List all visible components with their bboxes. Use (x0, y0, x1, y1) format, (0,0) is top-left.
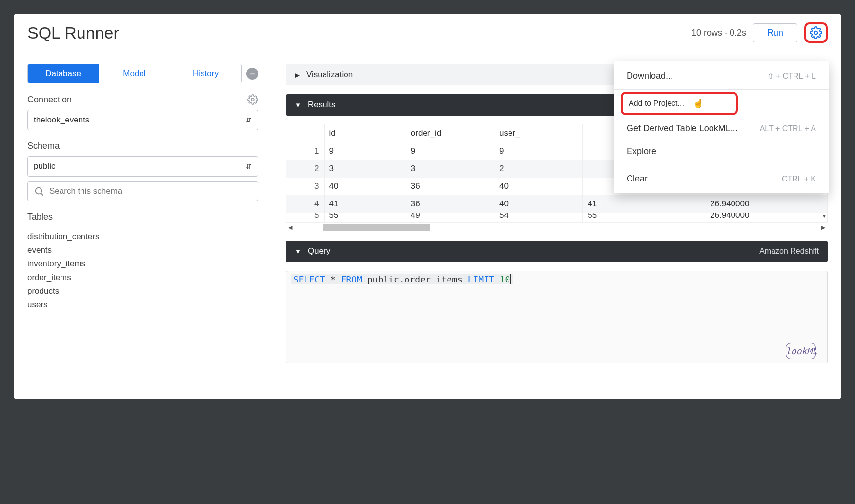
connection-select[interactable]: thelook_events ⇵ (27, 110, 258, 130)
sql-runner-window: SQL Runner 10 rows · 0.2s Run Database M… (14, 14, 841, 399)
svg-point-1 (251, 98, 254, 101)
menu-item-download[interactable]: Download... ⇧ + CTRL + L (614, 64, 829, 87)
sidebar-tab-row: Database Model History − (27, 64, 258, 83)
scroll-thumb[interactable] (323, 224, 430, 231)
table-item[interactable]: users (27, 298, 258, 312)
pointer-cursor-icon: ☝ (693, 98, 704, 109)
chevron-right-icon: ▶ (295, 71, 300, 79)
menu-item-explore[interactable]: Explore (614, 140, 829, 163)
gear-dropdown-menu: Download... ⇧ + CTRL + L Add to Project.… (614, 61, 829, 193)
tab-history[interactable]: History (170, 64, 241, 83)
settings-gear-button[interactable] (804, 22, 828, 43)
run-button[interactable]: Run (753, 23, 797, 42)
query-provider: Amazon Redshift (759, 247, 819, 256)
scroll-down-icon[interactable]: ▼ (821, 213, 828, 221)
shortcut-text: CTRL + K (782, 175, 816, 183)
schema-search[interactable] (27, 181, 258, 201)
query-label: Query (308, 246, 330, 256)
schema-label: Schema (27, 141, 258, 151)
menu-divider (614, 89, 829, 90)
schema-search-input[interactable] (49, 186, 252, 196)
scroll-left-icon[interactable]: ◀ (286, 224, 295, 231)
results-label: Results (308, 100, 336, 110)
chevron-down-icon: ▼ (295, 248, 301, 255)
page-title: SQL Runner (27, 23, 119, 42)
lookml-badge: lookML (786, 346, 817, 356)
column-header[interactable]: order_id (406, 124, 494, 142)
schema-select[interactable]: public ⇵ (27, 156, 258, 177)
svg-point-2 (36, 188, 42, 194)
col-rownum (286, 124, 324, 142)
search-icon (34, 186, 44, 197)
tables-label: Tables (27, 212, 258, 222)
connection-value: thelook_events (34, 115, 89, 125)
connection-settings-gear-icon[interactable] (247, 94, 258, 105)
header-actions: 10 rows · 0.2s Run (692, 22, 828, 43)
connection-label: Connection (27, 95, 72, 105)
table-item[interactable]: distribution_centers (27, 230, 258, 243)
menu-item-derived-lookml[interactable]: Get Derived Table LookML... ALT + CTRL +… (614, 117, 829, 140)
menu-divider (614, 165, 829, 165)
scroll-right-icon[interactable]: ▶ (819, 224, 828, 231)
table-item[interactable]: order_items (27, 271, 258, 284)
tab-model[interactable]: Model (99, 64, 170, 83)
header: SQL Runner 10 rows · 0.2s Run (14, 14, 841, 51)
updown-icon: ⇵ (246, 116, 252, 124)
result-stats: 10 rows · 0.2s (692, 28, 746, 38)
column-header[interactable]: id (324, 124, 406, 142)
collapse-sidebar-icon[interactable]: − (246, 68, 258, 80)
scroll-track[interactable] (295, 224, 819, 231)
sql-editor[interactable]: SELECT * FROM public.order_items LIMIT 1… (286, 271, 828, 363)
shortcut-text: ALT + CTRL + A (760, 124, 816, 133)
updown-icon: ⇵ (246, 162, 252, 170)
svg-point-0 (814, 31, 818, 35)
table-row: 5 55 49 54 55 26.940000 (286, 213, 828, 222)
menu-item-clear[interactable]: Clear CTRL + K (614, 167, 829, 190)
query-section-bar[interactable]: ▼ Query Amazon Redshift (286, 241, 828, 262)
sidebar: Database Model History − Connection thel… (14, 51, 272, 399)
table-item[interactable]: inventory_items (27, 257, 258, 271)
schema-value: public (34, 161, 55, 171)
gear-icon (810, 26, 822, 39)
table-item[interactable]: products (27, 284, 258, 298)
chevron-down-icon: ▼ (295, 101, 301, 109)
tables-list: distribution_centers events inventory_it… (27, 230, 258, 312)
visualization-label: Visualization (306, 70, 353, 80)
horizontal-scrollbar[interactable]: ◀ ▶ (286, 223, 828, 232)
menu-item-add-to-project[interactable]: Add to Project... ☝ (621, 92, 738, 115)
sql-code-line: SELECT * FROM public.order_items LIMIT 1… (291, 274, 513, 284)
tab-database[interactable]: Database (28, 64, 99, 83)
table-row: 4 41 36 40 41 26.940000 (286, 195, 828, 213)
table-item[interactable]: events (27, 243, 258, 257)
column-header[interactable]: user_ (494, 124, 582, 142)
tab-group: Database Model History (27, 64, 242, 83)
shortcut-text: ⇧ + CTRL + L (767, 71, 816, 81)
